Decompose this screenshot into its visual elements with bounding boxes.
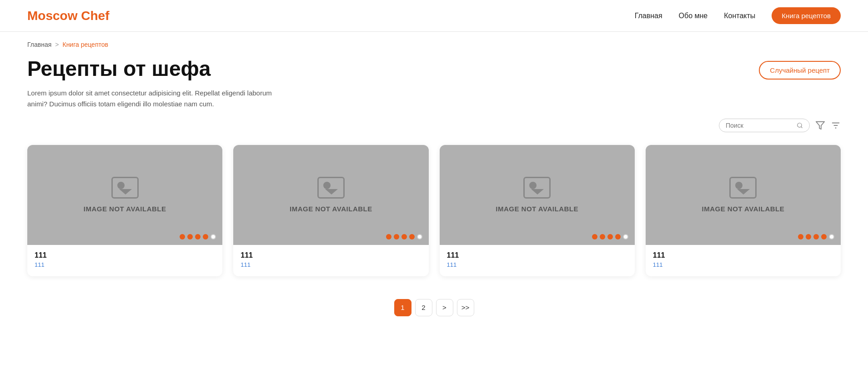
- card-dot: [195, 234, 201, 239]
- image-not-available-text: IMAGE NOT AVAILABLE: [496, 205, 578, 213]
- page-description: Lorem ipsum dolor sit amet consectetur a…: [27, 88, 282, 110]
- recipe-card[interactable]: IMAGE NOT AVAILABLE 111 111: [27, 145, 222, 276]
- card-dot: [394, 234, 399, 239]
- image-placeholder-icon: [111, 177, 139, 199]
- card-dots: [180, 234, 216, 239]
- sort-icon[interactable]: [831, 120, 841, 130]
- page-title: Рецепты от шефа: [27, 57, 211, 80]
- search-row: [27, 119, 841, 132]
- card-title: 111: [653, 251, 833, 259]
- breadcrumb-current: Книга рецептов: [62, 41, 108, 48]
- card-subtitle: 111: [447, 261, 627, 268]
- card-body: 111 111: [27, 245, 222, 276]
- card-title: 111: [35, 251, 215, 259]
- image-not-available-text: IMAGE NOT AVAILABLE: [290, 205, 372, 213]
- page-header-row: Рецепты от шефа Случайный рецепт: [27, 57, 841, 80]
- card-dots: [386, 234, 422, 239]
- card-body: 111 111: [233, 245, 428, 276]
- card-dot: [600, 234, 605, 239]
- recipe-card[interactable]: IMAGE NOT AVAILABLE 111 111: [233, 145, 428, 276]
- card-dot: [401, 234, 407, 239]
- logo[interactable]: Moscow Chef: [27, 9, 109, 23]
- nav-contacts[interactable]: Контакты: [724, 12, 755, 20]
- card-image: IMAGE NOT AVAILABLE: [233, 145, 428, 245]
- nav-recipe-book-button[interactable]: Книга рецептов: [772, 7, 841, 24]
- recipe-card[interactable]: IMAGE NOT AVAILABLE 111 111: [440, 145, 635, 276]
- card-dot: [829, 234, 834, 239]
- pagination: 12>>>: [27, 294, 841, 330]
- page-next-btn[interactable]: >: [436, 299, 453, 316]
- page-btn-1[interactable]: 1: [394, 299, 411, 316]
- nav-about[interactable]: Обо мне: [679, 12, 708, 20]
- card-dot: [821, 234, 827, 239]
- image-placeholder-icon: [729, 177, 757, 199]
- card-dot: [623, 234, 628, 239]
- card-dots: [592, 234, 628, 239]
- nav: Главная Обо мне Контакты Книга рецептов: [635, 7, 841, 24]
- card-dot: [813, 234, 819, 239]
- card-title: 111: [447, 251, 627, 259]
- card-body: 111 111: [440, 245, 635, 276]
- card-body: 111 111: [646, 245, 841, 276]
- svg-marker-2: [816, 121, 824, 129]
- card-dot: [386, 234, 391, 239]
- card-subtitle: 111: [241, 261, 421, 268]
- card-dot: [798, 234, 803, 239]
- search-box[interactable]: [719, 119, 810, 132]
- card-subtitle: 111: [653, 261, 833, 268]
- nav-home[interactable]: Главная: [635, 12, 662, 20]
- card-dot: [409, 234, 415, 239]
- card-dot: [806, 234, 811, 239]
- page-btn-2[interactable]: 2: [415, 299, 432, 316]
- image-not-available-text: IMAGE NOT AVAILABLE: [84, 205, 166, 213]
- image-placeholder-icon: [523, 177, 551, 199]
- search-input[interactable]: [726, 122, 793, 129]
- card-title: 111: [241, 251, 421, 259]
- card-image: IMAGE NOT AVAILABLE: [440, 145, 635, 245]
- card-dot: [607, 234, 613, 239]
- random-recipe-button[interactable]: Случайный рецепт: [759, 61, 841, 80]
- search-icon: [797, 122, 803, 129]
- card-image: IMAGE NOT AVAILABLE: [646, 145, 841, 245]
- card-dot: [211, 234, 216, 239]
- image-placeholder-icon: [317, 177, 345, 199]
- card-dot: [187, 234, 193, 239]
- cards-grid: IMAGE NOT AVAILABLE 111 111 IMAGE NOT AV…: [27, 145, 841, 276]
- card-dot: [203, 234, 208, 239]
- svg-line-1: [801, 126, 803, 128]
- breadcrumb-home[interactable]: Главная: [27, 41, 51, 48]
- card-dot: [592, 234, 597, 239]
- page-last-btn[interactable]: >>: [457, 299, 474, 316]
- card-dot: [180, 234, 185, 239]
- card-dots: [798, 234, 834, 239]
- image-not-available-text: IMAGE NOT AVAILABLE: [702, 205, 785, 213]
- card-subtitle: 111: [35, 261, 215, 268]
- filter-icon[interactable]: [815, 120, 825, 130]
- card-dot: [417, 234, 422, 239]
- card-dot: [615, 234, 621, 239]
- breadcrumb-separator: >: [55, 41, 59, 48]
- recipe-card[interactable]: IMAGE NOT AVAILABLE 111 111: [646, 145, 841, 276]
- header: Moscow Chef Главная Обо мне Контакты Кни…: [0, 0, 868, 32]
- breadcrumb: Главная > Книга рецептов: [0, 32, 868, 53]
- main-content: Рецепты от шефа Случайный рецепт Lorem i…: [0, 53, 868, 348]
- card-image: IMAGE NOT AVAILABLE: [27, 145, 222, 245]
